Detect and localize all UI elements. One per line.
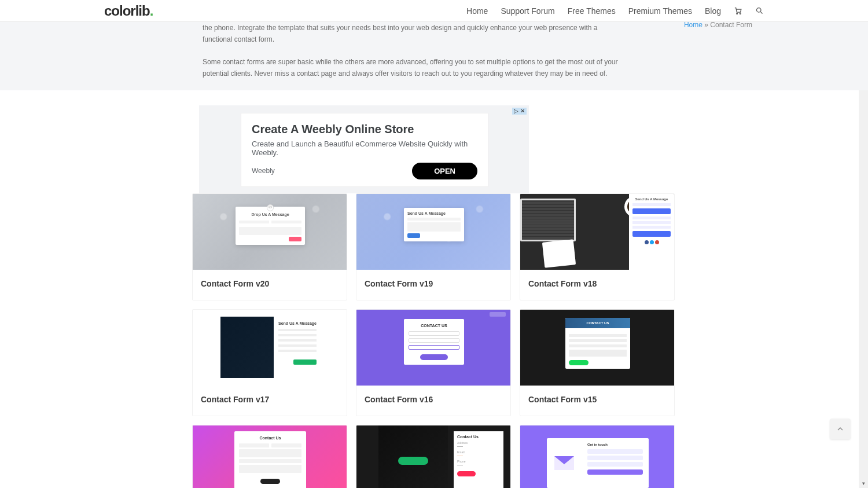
template-card-v15[interactable]: CONTACT US Contact Form v15 (520, 309, 675, 416)
thumb-title: CONTACT US (565, 318, 630, 328)
thumb-title: Send Us A Message (278, 321, 317, 325)
nav-blog[interactable]: Blog (705, 6, 721, 16)
card-title: Contact Form v18 (520, 270, 674, 300)
nav-support-forum[interactable]: Support Forum (501, 6, 554, 16)
thumb-title: Contact Us (239, 436, 301, 440)
thumb-side-panel: Send Us A Message (629, 194, 674, 270)
breadcrumb-sep: » (703, 21, 710, 29)
template-card-v14[interactable]: Contact Us (192, 425, 347, 488)
template-card-v17[interactable]: Send Us A Message Contact Form v17 (192, 309, 347, 416)
thumb-title: Contact Us (457, 435, 500, 439)
scroll-to-top-button[interactable] (830, 419, 851, 439)
envelope-icon (547, 438, 582, 488)
thumb-title: Send Us A Message (407, 211, 461, 215)
svg-point-2 (757, 8, 762, 13)
template-card-v16[interactable]: CONTACT US Contact Form v16 (356, 309, 511, 416)
card-title: Contact Form v17 (193, 386, 347, 416)
breadcrumb-current: Contact Form (710, 21, 752, 29)
ad-open-button[interactable]: OPEN (412, 163, 477, 179)
ad-brand: Weebly (252, 167, 275, 175)
site-logo[interactable]: colorlib. (104, 3, 153, 19)
intro-paragraph-2: Some contact forms are super basic while… (203, 56, 619, 80)
nav-free-themes[interactable]: Free Themes (568, 6, 616, 16)
thumb-title: Get in touch (587, 443, 643, 446)
ad-title: Create A Weebly Online Store (252, 123, 477, 136)
primary-nav: Home Support Forum Free Themes Premium T… (466, 6, 764, 16)
thumbnail-v13: Contact Us Address—— Email—— Phone—— (356, 425, 510, 488)
card-title: Contact Form v15 (520, 386, 674, 416)
card-title: Contact Form v19 (356, 270, 510, 300)
nav-home[interactable]: Home (466, 6, 488, 16)
thumbnail-v15: CONTACT US (520, 310, 674, 386)
template-card-v13[interactable]: Contact Us Address—— Email—— Phone—— (356, 425, 511, 488)
template-card-v19[interactable]: Send Us A Message Contact Form v19 (356, 193, 511, 300)
breadcrumb-home[interactable]: Home (684, 21, 703, 29)
thumbnail-v14: Contact Us (193, 425, 347, 488)
site-header: colorlib. Home Support Forum Free Themes… (0, 0, 868, 22)
intro-paragraph-1: the phone. Integrate the template that s… (203, 22, 619, 46)
thumb-title: CONTACT US (409, 324, 459, 328)
nav-premium-themes[interactable]: Premium Themes (628, 6, 692, 16)
thumbnail-v19: Send Us A Message (356, 194, 510, 270)
svg-point-1 (740, 13, 741, 14)
breadcrumb: Home » Contact Form (684, 21, 752, 29)
search-icon[interactable] (755, 6, 764, 15)
card-title: Contact Form v16 (356, 386, 510, 416)
cart-icon[interactable] (734, 6, 742, 15)
thumbnail-v12: Get in touch (520, 425, 674, 488)
notepad-prop (542, 239, 576, 267)
card-title: Contact Form v20 (193, 270, 347, 300)
template-card-v12[interactable]: Get in touch (520, 425, 675, 488)
thumbnail-v20: ✉ Drop Us A Message (193, 194, 347, 270)
laptop-prop (520, 199, 576, 241)
logo-text: colorlib (104, 3, 150, 19)
thumb-title: Send Us A Message (632, 197, 671, 201)
template-card-v20[interactable]: ✉ Drop Us A Message Contact Form v20 (192, 193, 347, 300)
ad-card: Create A Weebly Online Store Create and … (241, 113, 488, 187)
adchoices-icon[interactable]: ▷✕ (512, 108, 527, 115)
svg-point-0 (737, 13, 738, 14)
ad-banner[interactable]: ▷✕ Create A Weebly Online Store Create a… (199, 105, 529, 193)
logo-dot: . (150, 3, 153, 19)
template-card-v18[interactable]: Send Us A Message Contact Form v18 (520, 193, 675, 300)
ad-subtitle: Create and Launch a Beautiful eCommerce … (252, 140, 477, 157)
thumb-title: Drop Us A Message (239, 212, 301, 217)
scroll-down-arrow[interactable]: ▾ (859, 479, 868, 488)
thumbnail-v16: CONTACT US (356, 310, 510, 386)
thumbnail-v17: Send Us A Message (193, 310, 347, 386)
thumbnail-v18: Send Us A Message (520, 194, 674, 270)
